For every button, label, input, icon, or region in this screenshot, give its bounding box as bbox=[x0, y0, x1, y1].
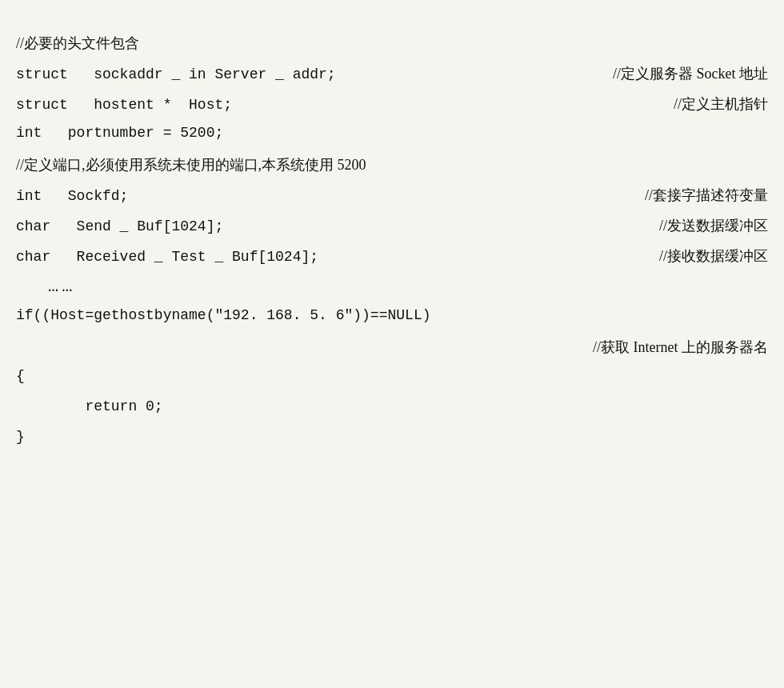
code-line-1: //必要的头文件包含 bbox=[16, 32, 768, 62]
comment-7: //发送数据缓冲区 bbox=[659, 216, 768, 235]
code-text-1: //必要的头文件包含 bbox=[16, 34, 139, 53]
code-text-6: int Sockfd; bbox=[16, 188, 128, 204]
code-text-5: //定义端口,必须使用系统未使用的端口,本系统使用 5200 bbox=[16, 155, 366, 174]
code-line-10: if((Host=gethostbyname("192. 168. 5. 6")… bbox=[16, 306, 768, 336]
code-line-5: //定义端口,必须使用系统未使用的端口,本系统使用 5200 bbox=[16, 154, 768, 184]
comment-3: //定义主机指针 bbox=[674, 94, 768, 114]
code-line-3: struct hostent * Host; //定义主机指针 bbox=[16, 93, 768, 123]
code-line-9: …… bbox=[16, 275, 768, 306]
code-line-12: { bbox=[16, 366, 768, 397]
code-text-3: struct hostent * Host; bbox=[16, 97, 232, 113]
code-line-14: } bbox=[16, 427, 768, 458]
code-text-12: { bbox=[16, 368, 25, 384]
code-line-4: int portnumber = 5200; bbox=[16, 123, 768, 154]
code-line-2: struct sockaddr _ in Server _ addr; //定义… bbox=[16, 62, 768, 93]
code-line-13: return 0; bbox=[16, 397, 768, 427]
code-text-2: struct sockaddr _ in Server _ addr; bbox=[16, 66, 336, 82]
code-line-11: //获取 Internet 上的服务器名 bbox=[16, 336, 768, 366]
code-line-7: char Send _ Buf[1024]; //发送数据缓冲区 bbox=[16, 214, 768, 245]
code-block: //必要的头文件包含 struct sockaddr _ in Server _… bbox=[16, 24, 768, 466]
code-text-8: char Received _ Test _ Buf[1024]; bbox=[16, 249, 318, 265]
comment-8: //接收数据缓冲区 bbox=[659, 246, 768, 266]
code-text-13: return 0; bbox=[16, 398, 163, 414]
code-line-6: int Sockfd; //套接字描述符变量 bbox=[16, 184, 768, 214]
code-text-7: char Send _ Buf[1024]; bbox=[16, 218, 223, 234]
code-text-10: if((Host=gethostbyname("192. 168. 5. 6")… bbox=[16, 307, 430, 323]
code-text-9: …… bbox=[48, 277, 75, 297]
code-text-14: } bbox=[16, 429, 25, 445]
code-line-8: char Received _ Test _ Buf[1024]; //接收数据… bbox=[16, 245, 768, 275]
comment-2: //定义服务器 Socket 地址 bbox=[613, 64, 768, 83]
comment-11: //获取 Internet 上的服务器名 bbox=[593, 338, 768, 357]
code-text-4: int portnumber = 5200; bbox=[16, 125, 223, 141]
comment-6: //套接字描述符变量 bbox=[645, 186, 768, 205]
